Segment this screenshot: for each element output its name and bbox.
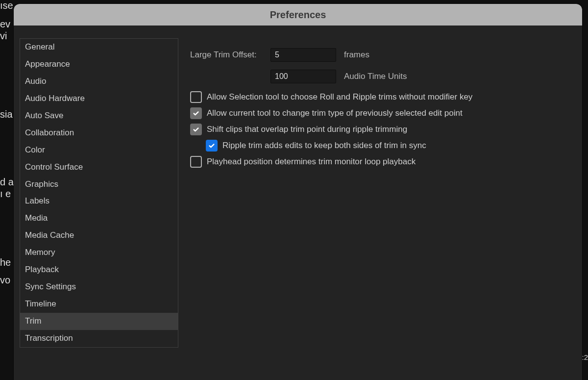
- bg-text: vo: [0, 275, 10, 286]
- checkbox-4[interactable]: [190, 156, 202, 168]
- checkbox-label-2: Shift clips that overlap trim point duri…: [207, 125, 407, 134]
- sidebar-item-transcription[interactable]: Transcription: [20, 330, 178, 347]
- sidebar-item-control-surface[interactable]: Control Surface: [20, 159, 178, 176]
- sidebar-item-playback[interactable]: Playback: [20, 261, 178, 279]
- checkbox-0[interactable]: [190, 91, 202, 103]
- large-trim-offset-input[interactable]: [270, 48, 336, 62]
- checkbox-label-0: Allow Selection tool to choose Roll and …: [207, 92, 472, 102]
- sidebar-item-media-cache[interactable]: Media Cache: [20, 227, 178, 244]
- sidebar-item-sync-settings[interactable]: Sync Settings: [20, 279, 178, 296]
- bg-text: ıse: [0, 0, 13, 11]
- sidebar-item-audio-hardware[interactable]: Audio Hardware: [20, 90, 178, 107]
- bg-text: d a: [0, 177, 14, 188]
- sidebar-item-collaboration[interactable]: Collaboration: [20, 125, 178, 142]
- bg-text: ı e: [0, 188, 11, 200]
- frames-label: frames: [344, 50, 369, 60]
- sidebar-item-timeline[interactable]: Timeline: [20, 296, 178, 313]
- sidebar-item-audio[interactable]: Audio: [20, 73, 178, 90]
- sidebar-item-media[interactable]: Media: [20, 210, 178, 227]
- checkbox-1[interactable]: [190, 107, 202, 119]
- sidebar-item-auto-save[interactable]: Auto Save: [20, 107, 178, 125]
- sidebar-item-color[interactable]: Color: [20, 142, 178, 159]
- sidebar-item-appearance[interactable]: Appearance: [20, 56, 178, 73]
- bg-text: ev: [0, 19, 10, 30]
- sidebar-item-graphics[interactable]: Graphics: [20, 176, 178, 193]
- bg-text: sia: [0, 109, 13, 120]
- bg-text: vi: [0, 30, 7, 42]
- sidebar-item-memory[interactable]: Memory: [20, 244, 178, 261]
- large-trim-offset-label: Large Trim Offset:: [190, 50, 263, 60]
- sidebar-item-trim[interactable]: Trim: [20, 313, 178, 330]
- preferences-panel-trim: Large Trim Offset: frames Audio Time Uni…: [178, 38, 582, 348]
- bg-text: he: [0, 257, 11, 268]
- checkbox-label-1: Allow current tool to change trim type o…: [207, 108, 463, 118]
- sidebar-item-labels[interactable]: Labels: [20, 193, 178, 210]
- sidebar-item-general[interactable]: General: [20, 39, 178, 56]
- dialog-title: Preferences: [270, 9, 326, 21]
- preferences-dialog: Preferences GeneralAppearanceAudioAudio …: [14, 4, 582, 380]
- checkbox-label-3: Ripple trim adds edits to keep both side…: [222, 141, 426, 151]
- checkbox-2[interactable]: [190, 124, 202, 135]
- checkbox-label-4: Playhead position determines trim monito…: [207, 157, 416, 167]
- checkbox-3[interactable]: [206, 140, 218, 152]
- audio-time-units-input[interactable]: [270, 70, 336, 83]
- preferences-sidebar: GeneralAppearanceAudioAudio HardwareAuto…: [20, 38, 178, 348]
- dialog-titlebar: Preferences: [14, 4, 582, 25]
- audio-time-units-label: Audio Time Units: [344, 72, 407, 81]
